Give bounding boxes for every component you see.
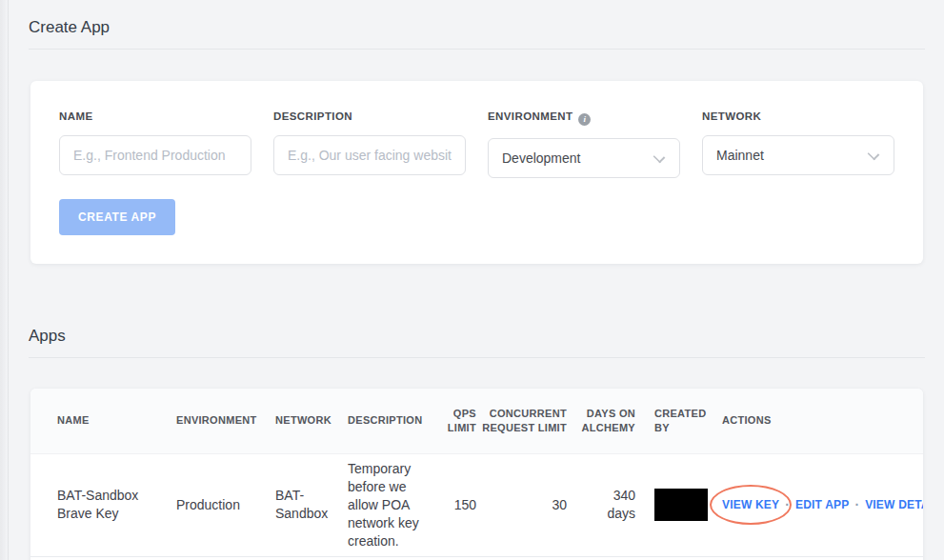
chevron-down-icon: [653, 152, 663, 162]
header-days-on-alchemy: DAYS ON ALCHEMY: [567, 389, 635, 453]
name-label: NAME: [59, 110, 251, 123]
cell-description: Temporary before we allow POA network ke…: [348, 453, 429, 556]
cell-concurrent-request-limit: 30: [476, 453, 567, 556]
apps-table: NAME ENVIRONMENT NETWORK DESCRIPTION QPS…: [30, 389, 923, 557]
view-details-link[interactable]: VIEW DETAILS: [865, 496, 923, 514]
header-network: NETWORK: [275, 389, 348, 453]
view-key-wrap: VIEW KEY: [722, 495, 779, 514]
description-label: DESCRIPTION: [273, 110, 466, 123]
network-label: NETWORK: [702, 110, 894, 123]
create-app-heading: Create App: [29, 18, 923, 37]
description-input[interactable]: [273, 135, 466, 175]
name-field-group: NAME: [59, 110, 251, 178]
cell-created-by: [635, 453, 713, 556]
network-select[interactable]: Mainnet: [702, 135, 894, 175]
environment-field-group: ENVIRONMENTi Development: [488, 110, 680, 178]
cell-days-on-alchemy: 340 days: [567, 453, 635, 556]
create-app-divider: [29, 49, 925, 50]
header-description: DESCRIPTION: [348, 389, 429, 453]
cell-environment: Production: [176, 453, 275, 556]
table-row: BAT-Sandbox Brave Key Production BAT-San…: [30, 453, 923, 556]
chevron-down-icon: [868, 150, 877, 159]
info-icon[interactable]: i: [578, 113, 591, 126]
environment-select[interactable]: Development: [488, 138, 680, 178]
cell-actions: VIEW KEY · EDIT APP · VIEW DETAILS: [713, 453, 923, 556]
description-field-group: DESCRIPTION: [273, 110, 466, 178]
action-separator-dot: ·: [785, 496, 790, 514]
actions-row: VIEW KEY · EDIT APP · VIEW DETAILS: [722, 495, 923, 514]
apps-table-card: NAME ENVIRONMENT NETWORK DESCRIPTION QPS…: [30, 389, 923, 560]
view-key-link[interactable]: VIEW KEY: [722, 498, 779, 511]
environment-label: ENVIRONMENTi: [488, 110, 680, 126]
created-by-redacted-box: [654, 489, 708, 521]
cell-network: BAT-Sandbox: [275, 453, 348, 556]
environment-selected-value: Development: [502, 150, 581, 166]
cell-app-name: BAT-Sandbox Brave Key: [30, 453, 176, 556]
header-actions: ACTIONS: [713, 389, 923, 453]
network-selected-value: Mainnet: [716, 148, 764, 163]
header-qps-limit: QPS LIMIT: [429, 389, 476, 453]
environment-label-text: ENVIRONMENT: [488, 110, 572, 122]
create-app-button[interactable]: CREATE APP: [59, 199, 175, 235]
header-name: NAME: [30, 389, 176, 453]
edit-app-link[interactable]: EDIT APP: [795, 496, 850, 514]
header-environment: ENVIRONMENT: [176, 389, 275, 453]
content-left-edge-shadow: [0, 0, 9, 560]
create-app-card: NAME DESCRIPTION ENVIRONMENTi Developmen…: [30, 81, 923, 264]
cell-qps-limit: 150: [429, 453, 476, 556]
name-input[interactable]: [59, 135, 251, 175]
table-header-row: NAME ENVIRONMENT NETWORK DESCRIPTION QPS…: [30, 389, 923, 453]
action-separator-dot: ·: [854, 496, 859, 514]
create-app-form-row: NAME DESCRIPTION ENVIRONMENTi Developmen…: [59, 110, 894, 178]
days-on-alchemy-value: 340 days: [593, 487, 635, 523]
header-concurrent-request-limit: CONCURRENT REQUEST LIMIT: [476, 389, 567, 453]
network-field-group: NETWORK Mainnet: [702, 110, 894, 178]
header-created-by: CREATED BY: [635, 389, 713, 453]
apps-heading: Apps: [29, 327, 923, 346]
apps-divider: [29, 357, 925, 358]
